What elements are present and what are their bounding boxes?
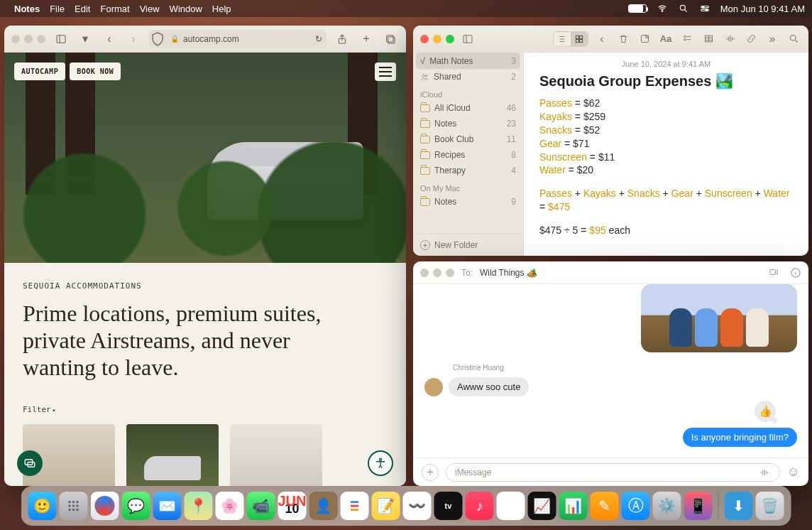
sidebar-item-all-icloud[interactable]: All iCloud46: [413, 100, 523, 116]
new-tab-icon[interactable]: ＋: [358, 31, 375, 48]
spotlight-search-icon[interactable]: [678, 4, 689, 13]
hamburger-menu-icon[interactable]: [375, 63, 396, 81]
dock-app-photos[interactable]: 🌸: [216, 492, 244, 520]
waveform-icon[interactable]: [758, 467, 771, 477]
new-note-icon[interactable]: [637, 31, 652, 47]
dock-app-notes[interactable]: 📝: [372, 492, 400, 520]
dock-app-safari[interactable]: [91, 492, 119, 520]
traffic-minimize[interactable]: [24, 35, 33, 43]
dock-app-reminders[interactable]: [341, 492, 369, 520]
dock-app-launchpad[interactable]: [60, 492, 88, 520]
dock-app-contacts[interactable]: 👤: [309, 492, 338, 520]
dock-app-messages[interactable]: 💬: [122, 492, 150, 520]
sidebar-item-therapy[interactable]: Therapy4: [413, 163, 523, 178]
table-icon[interactable]: [701, 31, 716, 47]
traffic-close[interactable]: [11, 35, 20, 43]
delete-icon[interactable]: [615, 31, 631, 47]
menu-edit[interactable]: Edit: [75, 4, 90, 14]
forward-icon[interactable]: ›: [125, 31, 142, 48]
menu-view[interactable]: View: [140, 4, 160, 14]
tapback-thumbs-up[interactable]: 👍: [755, 401, 776, 422]
sidebar-item-recipes[interactable]: Recipes8: [413, 147, 523, 163]
brand-chip[interactable]: AUTOCAMP: [14, 63, 65, 80]
message-bubble-mine[interactable]: Is anyone bringing film?: [683, 428, 797, 447]
address-bar[interactable]: 🔒 autocamp.com ↻: [149, 30, 327, 48]
dock-app-pages[interactable]: ✎: [591, 492, 619, 520]
menu-window[interactable]: Window: [170, 4, 202, 14]
accessibility-fab-icon[interactable]: [368, 450, 393, 476]
traffic-minimize[interactable]: [433, 35, 441, 43]
reload-icon[interactable]: ↻: [315, 34, 322, 44]
facetime-video-icon[interactable]: [767, 267, 780, 277]
dock-app-finder[interactable]: 🙂: [28, 492, 57, 520]
menu-app-name[interactable]: Notes: [14, 4, 40, 14]
menu-file[interactable]: File: [50, 4, 65, 14]
dock-trash[interactable]: 🗑️: [756, 492, 784, 520]
view-mode-segment[interactable]: [553, 31, 588, 47]
more-icon[interactable]: »: [764, 31, 780, 47]
format-icon[interactable]: Aa: [658, 31, 674, 47]
dock-app-facetime[interactable]: 📹: [247, 492, 275, 520]
note-editor[interactable]: June 10, 2024 at 9:41 AM Sequoia Group E…: [524, 53, 808, 256]
dock-app-appstore[interactable]: Ⓐ: [622, 492, 650, 520]
chat-fab-icon[interactable]: [17, 450, 43, 476]
checklist-icon[interactable]: [679, 31, 695, 47]
chevron-down-icon[interactable]: ▾: [77, 31, 94, 48]
traffic-close[interactable]: [420, 269, 429, 277]
dock-app-maps[interactable]: 📍: [185, 492, 213, 520]
back-icon[interactable]: ‹: [101, 31, 118, 48]
sidebar-item-book-club[interactable]: Book Club11: [413, 131, 523, 147]
traffic-minimize[interactable]: [433, 269, 441, 277]
back-icon[interactable]: ‹: [594, 31, 610, 47]
dock-app-settings[interactable]: ⚙️: [653, 492, 681, 520]
sidebar-item-notes[interactable]: Notes23: [413, 116, 523, 131]
shared-photo[interactable]: [641, 284, 797, 352]
dock-downloads[interactable]: ⬇︎: [725, 492, 753, 520]
dock-app-freeform[interactable]: 〰️: [403, 492, 432, 520]
audio-icon[interactable]: [722, 31, 737, 47]
sidebar-toggle-icon[interactable]: [53, 31, 70, 48]
sidebar-item-label: Shared: [434, 72, 461, 82]
attach-plus-icon[interactable]: ＋: [422, 464, 439, 481]
emoji-picker-icon[interactable]: ☺: [787, 465, 800, 480]
list-view-icon[interactable]: [554, 32, 571, 46]
dock-app-stocks[interactable]: 📈: [528, 492, 556, 520]
sidebar-item-math-notes[interactable]: √Math Notes 3: [416, 53, 520, 69]
dock-app-iphone-mirroring[interactable]: 📱: [684, 492, 713, 520]
traffic-zoom[interactable]: [446, 269, 454, 277]
share-icon[interactable]: [334, 31, 351, 48]
filter-toggle[interactable]: Filter: [23, 405, 388, 414]
dock-app-numbers[interactable]: 📊: [559, 492, 588, 520]
sidebar-toggle-icon[interactable]: [460, 31, 476, 47]
conversation-area[interactable]: Christine Huang Awww soo cute 👍 Is anyon…: [413, 284, 808, 458]
conversation-name[interactable]: Wild Things 🏕️: [480, 268, 537, 278]
wifi-icon[interactable]: [657, 4, 668, 13]
dock-app-mail[interactable]: ✉️: [153, 492, 182, 520]
traffic-zoom[interactable]: [37, 35, 45, 43]
dock-app-tv[interactable]: tv: [434, 492, 463, 520]
avatar-christine[interactable]: [424, 378, 443, 396]
sidebar-item-local-notes[interactable]: Notes9: [413, 194, 523, 210]
dock-app-news[interactable]: N: [497, 492, 525, 520]
accommodation-thumb-3[interactable]: [230, 424, 322, 486]
message-bubble-1[interactable]: Awww soo cute: [449, 377, 529, 396]
dock-app-calendar[interactable]: 10: [278, 492, 307, 520]
menu-format[interactable]: Format: [100, 4, 129, 14]
menu-help[interactable]: Help: [212, 4, 231, 14]
book-now-button[interactable]: BOOK NOW: [70, 63, 121, 80]
traffic-zoom[interactable]: [446, 35, 454, 43]
accommodation-thumb-2[interactable]: [126, 424, 219, 486]
dock-app-music[interactable]: ♪: [466, 492, 494, 520]
sidebar-item-shared[interactable]: Shared 2: [413, 69, 523, 85]
traffic-close[interactable]: [420, 35, 429, 43]
battery-status-icon[interactable]: [628, 4, 647, 13]
new-folder-button[interactable]: +New Folder: [413, 234, 523, 256]
grid-view-icon[interactable]: [571, 32, 588, 46]
menu-bar-clock[interactable]: Mon Jun 10 9:41 AM: [720, 4, 805, 14]
info-icon[interactable]: [790, 267, 801, 278]
control-center-icon[interactable]: [699, 4, 710, 13]
message-input[interactable]: iMessage: [446, 463, 780, 482]
search-icon[interactable]: [786, 31, 801, 47]
link-icon[interactable]: [743, 31, 759, 47]
tab-overview-icon[interactable]: [382, 31, 399, 48]
